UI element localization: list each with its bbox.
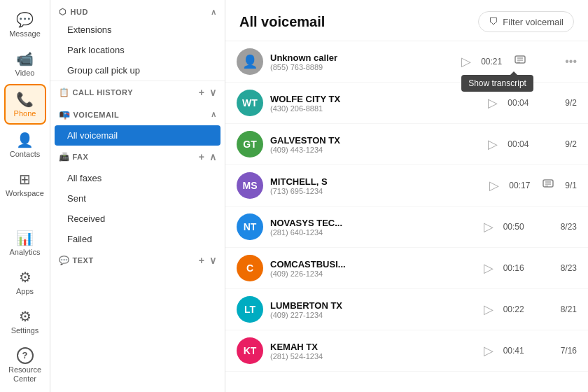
vm-name-7: LUMBERTON TX <box>270 300 474 311</box>
avatar-initials-4: MS <box>243 180 258 191</box>
transcript-icon-4[interactable] <box>542 179 554 192</box>
vm-phone-5: (281) 640-1234 <box>270 228 474 237</box>
avatar-7: LT <box>237 296 263 323</box>
contacts-icon: 👤 <box>16 132 34 148</box>
voicemail-collapse-icon[interactable]: ∧ <box>211 110 217 119</box>
hud-section: ⬡ HUD ∧ Extensions Park locations Group … <box>50 0 225 81</box>
play-button-1[interactable]: ▷ <box>461 54 471 69</box>
sidebar-item-fax-received[interactable]: Received <box>50 209 225 229</box>
voicemail-item-8[interactable]: KT KEMAH TX (281) 524-1234 ▷ 00:41 7/16 <box>225 330 588 372</box>
filter-icon: ⛉ <box>489 16 498 27</box>
nav-workspace[interactable]: ⊞ Workspace <box>4 165 46 203</box>
avatar-initials-3: GT <box>243 139 256 150</box>
voicemail-section: 📭 VOICEMAIL ∧ All voicemail <box>50 104 225 146</box>
nav-video[interactable]: 📹 Video <box>4 45 46 83</box>
hud-section-title: HUD <box>71 8 88 16</box>
more-options-1[interactable]: ••• <box>565 55 577 68</box>
vm-phone-8: (281) 524-1234 <box>270 352 474 360</box>
nav-analytics[interactable]: 📊 Analytics <box>4 224 46 262</box>
sidebar-item-group-call-pickup[interactable]: Group call pick up <box>50 60 225 80</box>
voicemail-header: 📭 VOICEMAIL ∧ <box>50 104 225 125</box>
vm-info-1: Unknown caller (855) 763-8889 <box>270 52 451 71</box>
nav-contacts-label: Contacts <box>10 150 40 158</box>
nav-analytics-label: Analytics <box>9 248 40 256</box>
call-history-expand-icon[interactable]: ∨ <box>209 87 217 98</box>
avatar-initials-7: LT <box>244 304 255 315</box>
text-header: 💬 TEXT + ∨ <box>50 249 225 272</box>
vm-phone-6: (409) 226-1234 <box>270 270 474 278</box>
sidebar-item-fax-sent[interactable]: Sent <box>50 188 225 209</box>
avatar-6: C <box>237 255 263 281</box>
transcript-icon-1[interactable] <box>514 55 526 67</box>
avatar-8: KT <box>237 337 263 364</box>
vm-phone-2: (430) 206-8881 <box>270 104 478 113</box>
nav-settings[interactable]: ⚙ Settings <box>4 302 46 340</box>
sidebar-panel: ⬡ HUD ∧ Extensions Park locations Group … <box>50 0 225 392</box>
voicemail-item-3[interactable]: GT GALVESTON TX (409) 443-1234 ▷ 00:04 9… <box>225 124 588 165</box>
text-expand-icon[interactable]: ∨ <box>209 255 217 266</box>
sidebar-item-all-voicemail[interactable]: All voicemail <box>55 125 220 146</box>
call-history-actions: + ∨ <box>199 87 216 98</box>
sidebar-item-extensions[interactable]: Extensions <box>50 20 225 40</box>
resource-center-label: ResourceCenter <box>8 365 41 384</box>
message-icon: 💬 <box>16 11 34 28</box>
text-title: TEXT <box>73 256 94 265</box>
voicemail-item-7[interactable]: LT LUMBERTON TX (409) 227-1234 ▷ 00:22 8… <box>225 289 588 330</box>
play-button-2[interactable]: ▷ <box>488 95 498 111</box>
voicemail-item-6[interactable]: C COMCASTBUSI... (409) 226-1234 ▷ 00:16 … <box>225 248 588 289</box>
avatar-initials-5: NT <box>244 221 257 232</box>
avatar-5: NT <box>237 214 263 240</box>
play-button-8[interactable]: ▷ <box>484 343 493 358</box>
hud-collapse-icon[interactable]: ∧ <box>211 8 217 17</box>
nav-phone[interactable]: 📞 Phone <box>4 84 46 125</box>
vm-phone-4: (713) 695-1234 <box>270 187 479 195</box>
filter-button[interactable]: ⛉ Filter voicemail <box>478 11 574 32</box>
call-history-header: 📋 CALL HISTORY + ∨ <box>50 81 225 104</box>
nav-message[interactable]: 💬 Message <box>4 6 46 43</box>
vm-name-5: NOVASYS TEC... <box>270 218 474 228</box>
play-button-4[interactable]: ▷ <box>489 178 499 193</box>
vm-info-3: GALVESTON TX (409) 443-1234 <box>270 135 478 154</box>
voicemail-item-1[interactable]: 👤 Unknown caller (855) 763-8889 ▷ 00:21 … <box>225 41 588 83</box>
vm-name-2: WOLFE CITY TX <box>270 94 478 104</box>
vm-info-6: COMCASTBUSI... (409) 226-1234 <box>270 259 474 278</box>
play-button-5[interactable]: ▷ <box>484 219 493 234</box>
sidebar-item-park-locations[interactable]: Park locations <box>50 40 225 60</box>
resource-center[interactable]: ? ResourceCenter <box>4 342 46 389</box>
vm-date-7: 8/21 <box>561 304 577 314</box>
vm-duration-4: 00:17 <box>509 181 531 190</box>
vm-duration-6: 00:16 <box>503 263 526 273</box>
vm-date-6: 8/23 <box>561 263 577 273</box>
analytics-icon: 📊 <box>16 230 34 246</box>
call-history-title: CALL HISTORY <box>73 88 133 97</box>
filter-label: Filter voicemail <box>503 17 564 27</box>
vm-date-2: 9/2 <box>565 98 577 108</box>
play-button-3[interactable]: ▷ <box>488 136 498 152</box>
vm-info-4: MITCHELL, S (713) 695-1234 <box>270 176 479 195</box>
avatar-3: GT <box>237 131 263 158</box>
play-button-6[interactable]: ▷ <box>484 260 493 276</box>
voicemail-list: 👤 Unknown caller (855) 763-8889 ▷ 00:21 … <box>225 41 588 392</box>
nav-phone-label: Phone <box>14 109 36 118</box>
nav-contacts[interactable]: 👤 Contacts <box>4 126 46 164</box>
call-history-add-icon[interactable]: + <box>199 87 205 98</box>
vm-duration-2: 00:04 <box>507 98 530 108</box>
phone-icon: 📞 <box>16 91 34 108</box>
vm-name-6: COMCASTBUSI... <box>270 259 474 270</box>
vm-date-3: 9/2 <box>565 139 577 149</box>
vm-date-4: 9/1 <box>565 181 577 190</box>
sidebar-item-fax-failed[interactable]: Failed <box>50 229 225 249</box>
video-icon: 📹 <box>16 50 34 67</box>
voicemail-item-2[interactable]: WT WOLFE CITY TX (430) 206-8881 ▷ 00:04 … <box>225 83 588 124</box>
nav-apps[interactable]: ⚙ Apps <box>4 263 46 301</box>
text-add-icon[interactable]: + <box>199 255 205 266</box>
nav-message-label: Message <box>9 29 41 38</box>
fax-expand-icon[interactable]: ∧ <box>209 151 217 162</box>
sidebar-item-all-faxes[interactable]: All faxes <box>50 168 225 188</box>
resource-center-icon: ? <box>17 347 34 364</box>
fax-add-icon[interactable]: + <box>199 151 205 162</box>
play-button-7[interactable]: ▷ <box>484 302 493 317</box>
voicemail-item-4[interactable]: MS MITCHELL, S (713) 695-1234 ▷ 00:17 9/… <box>225 165 588 206</box>
avatar-initials-2: WT <box>242 97 258 108</box>
voicemail-item-5[interactable]: NT NOVASYS TEC... (281) 640-1234 ▷ 00:50… <box>225 206 588 248</box>
